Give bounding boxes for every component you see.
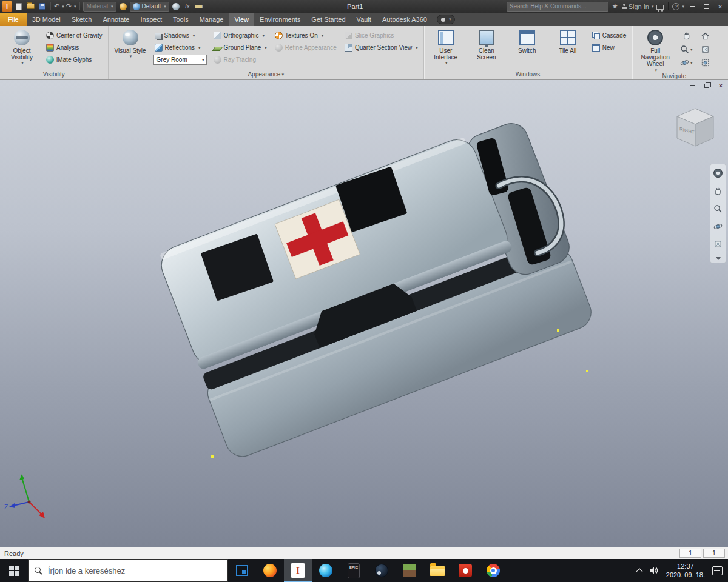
help-button[interactable]: ? xyxy=(672,1,684,12)
tab-file[interactable]: File xyxy=(0,13,27,26)
appearance-dropdown[interactable]: Default xyxy=(130,2,169,12)
full-navigation-wheel-button[interactable]: Full Navigation Wheel xyxy=(636,28,674,72)
switch-windows-button[interactable]: Switch xyxy=(510,28,545,54)
taskbar-app-firefox[interactable] xyxy=(256,559,284,582)
material-browser-button[interactable] xyxy=(118,1,128,12)
navbar-look-at-button[interactable] xyxy=(713,239,723,251)
center-of-gravity-button[interactable]: Center of Gravity xyxy=(45,30,104,41)
taskbar-search-input[interactable] xyxy=(48,566,221,575)
sketch-point-dot[interactable] xyxy=(557,329,559,332)
quarter-section-view-button[interactable]: Quarter Section View xyxy=(343,42,419,53)
edge-icon xyxy=(319,564,332,577)
zoom-all-button[interactable] xyxy=(698,57,712,69)
save-button[interactable] xyxy=(37,1,47,12)
tab-get-started[interactable]: Get Started xyxy=(306,13,351,26)
look-at-button[interactable] xyxy=(698,44,712,55)
navbar-pan-button[interactable] xyxy=(713,187,723,198)
tab-3d-model[interactable]: 3D Model xyxy=(27,13,66,26)
slice-graphics-button[interactable]: Slice Graphics xyxy=(343,30,419,41)
open-button[interactable] xyxy=(25,1,35,12)
clean-screen-button[interactable]: Clean Screen xyxy=(469,28,504,61)
viewcube[interactable]: RIGHT xyxy=(667,102,720,152)
navbar-orbit-button[interactable] xyxy=(713,222,723,233)
taskbar-app-chrome[interactable] xyxy=(479,559,507,582)
tab-view[interactable]: View xyxy=(229,13,254,26)
windows-group-label[interactable]: Windows xyxy=(424,69,632,79)
new-document-button[interactable] xyxy=(14,1,24,12)
model-first-aid-box[interactable] xyxy=(0,80,728,547)
titlebar: I ↶ ↷ Material Default fx Part1 ★ Sign I… xyxy=(0,0,728,13)
taskbar-app-red[interactable] xyxy=(451,559,479,582)
sign-in-button[interactable]: Sign In xyxy=(622,1,654,12)
tile-all-button[interactable]: Tile All xyxy=(550,28,585,54)
navbar-full-navigation-wheel-button[interactable] xyxy=(713,168,723,181)
tab-tools[interactable]: Tools xyxy=(167,13,194,26)
tab-inspect[interactable]: Inspect xyxy=(135,13,167,26)
taskbar-search-box[interactable] xyxy=(28,559,228,582)
parameters-button[interactable]: fx xyxy=(183,1,192,12)
visibility-group-label[interactable]: Visibility xyxy=(0,69,108,79)
viewport-3d[interactable]: × xyxy=(0,80,728,547)
zoom-button[interactable] xyxy=(679,44,693,55)
textures-on-button[interactable]: Textures On xyxy=(274,30,338,41)
material-dropdown[interactable]: Material xyxy=(83,2,116,12)
measure-button[interactable] xyxy=(194,1,204,12)
imate-glyphs-button[interactable]: iMate Glyphs xyxy=(45,55,104,65)
tab-manage[interactable]: Manage xyxy=(194,13,229,26)
favorites-button[interactable]: ★ xyxy=(610,1,620,12)
document-restore-button[interactable] xyxy=(703,82,711,89)
document-minimize-button[interactable] xyxy=(689,82,697,89)
tab-annotate[interactable]: Annotate xyxy=(97,13,135,26)
a360-sync-pill[interactable] xyxy=(437,15,456,24)
window-maximize-button[interactable] xyxy=(700,1,712,12)
volume-icon[interactable] xyxy=(649,566,659,575)
navbar-zoom-button[interactable] xyxy=(713,204,723,216)
help-search-input[interactable] xyxy=(510,3,605,10)
analysis-button[interactable]: Analysis xyxy=(45,42,104,53)
start-button[interactable] xyxy=(0,559,28,582)
orbit-button[interactable] xyxy=(679,57,693,69)
appearance-group-label[interactable]: Appearance xyxy=(109,69,423,79)
navbar-options-caret-icon[interactable] xyxy=(716,257,721,260)
sketch-point-dot[interactable] xyxy=(586,370,588,372)
help-search-box[interactable] xyxy=(507,2,608,12)
visual-style-button[interactable]: Visual Style xyxy=(113,28,148,59)
tab-vault[interactable]: Vault xyxy=(351,13,377,26)
tab-autodesk-a360[interactable]: Autodesk A360 xyxy=(377,13,433,26)
user-interface-button[interactable]: User Interface xyxy=(428,28,463,65)
adjust-appearance-button[interactable] xyxy=(171,1,181,12)
tray-expand-chevron-icon[interactable] xyxy=(636,568,642,575)
navigate-group-label[interactable]: Navigate xyxy=(632,72,716,79)
document-close-button[interactable]: × xyxy=(716,82,725,89)
object-visibility-button[interactable]: Object Visibility xyxy=(4,28,39,65)
taskbar-app-minecraft[interactable] xyxy=(396,559,423,582)
window-close-button[interactable]: × xyxy=(714,1,726,12)
refine-appearance-button[interactable]: Refine Appearance xyxy=(274,42,338,53)
ray-tracing-button[interactable]: Ray Tracing xyxy=(212,55,268,65)
lighting-style-combo[interactable]: Grey Room xyxy=(153,55,207,65)
tab-sketch[interactable]: Sketch xyxy=(66,13,98,26)
taskbar-app-epic-games[interactable]: EPIC xyxy=(340,559,368,582)
orthographic-button[interactable]: Orthographic xyxy=(212,30,268,41)
action-center-icon[interactable] xyxy=(712,566,723,575)
cascade-button[interactable]: Cascade xyxy=(591,30,627,41)
redo-button[interactable]: ↷ xyxy=(66,1,76,12)
pan-button[interactable] xyxy=(679,30,693,42)
inventor-logo-icon[interactable]: I xyxy=(2,1,12,12)
taskbar-app-edge[interactable] xyxy=(312,559,340,582)
taskbar-clock[interactable]: 12:37 2020. 09. 18. xyxy=(666,562,705,580)
ground-plane-button[interactable]: Ground Plane xyxy=(212,42,268,53)
app-store-button[interactable] xyxy=(655,1,665,12)
taskbar-app-inventor[interactable]: I xyxy=(284,559,312,582)
shadows-button[interactable]: Shadows xyxy=(153,30,207,41)
taskbar-app-file-explorer[interactable] xyxy=(423,559,451,582)
sketch-point-dot[interactable] xyxy=(211,455,214,458)
window-minimize-button[interactable] xyxy=(686,1,698,12)
tab-environments[interactable]: Environments xyxy=(254,13,306,26)
new-window-button[interactable]: New xyxy=(591,42,627,53)
reflections-button[interactable]: Reflections xyxy=(153,42,207,53)
home-view-button[interactable] xyxy=(698,30,712,42)
taskbar-app-task-view[interactable] xyxy=(228,559,256,582)
taskbar-app-steam[interactable] xyxy=(368,559,396,582)
undo-button[interactable]: ↶ xyxy=(54,1,64,12)
